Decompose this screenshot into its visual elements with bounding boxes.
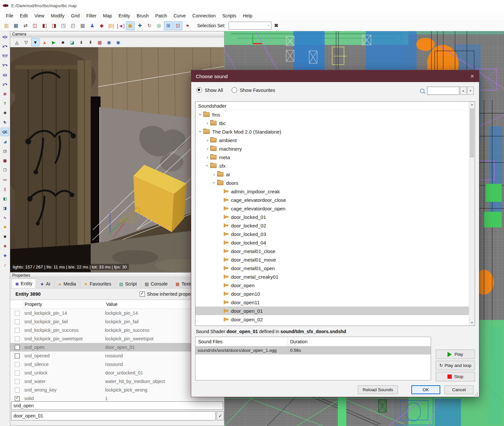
close-icon[interactable]: ✕ [470,73,474,79]
brush-prefab-icon[interactable]: ◫ [31,21,39,30]
property-checkbox[interactable] [15,353,20,358]
rotate-icon[interactable]: ↻ [145,21,154,30]
play-button[interactable]: Play [436,350,475,359]
menu-item[interactable]: View [31,12,48,20]
merge-entities-icon[interactable]: Ŧ [1,99,9,108]
lighting-preview-icon[interactable]: ▲ [40,38,49,46]
start-render-icon[interactable]: ▶ [50,38,58,46]
property-checkbox[interactable] [15,319,20,324]
property-checkbox[interactable] [15,379,20,384]
tree-item[interactable]: sfx [195,161,475,170]
property-value-input[interactable]: door_open_01 [11,411,216,420]
csg-subtract-icon[interactable]: ◧ [1,194,9,203]
reload-sounds-button[interactable]: Reload Sounds [358,385,398,394]
menu-item[interactable]: Modify [48,12,68,20]
entity-rotate-icon[interactable]: ✚ [1,251,9,260]
ok-button[interactable]: OK [411,385,440,394]
brush-cut-icon[interactable]: ◧ [40,21,49,30]
tree-item[interactable]: door_open11 [195,298,475,307]
tree-expander-icon[interactable] [204,146,210,151]
tree-item[interactable]: door_metal01_close [195,247,475,255]
tree-item[interactable]: door_metal_creaky01 [195,272,475,281]
select-touching-icon[interactable]: ▭ [1,175,9,184]
tree-expander-icon[interactable] [204,155,210,160]
tree-item[interactable]: fms [195,110,475,119]
tree-column-header[interactable]: Soundshader [195,102,475,110]
sound-file-row[interactable]: sound/sfx/world/doors/door_open_1.ogg 0.… [195,346,431,354]
menu-item[interactable]: Scripts [219,12,240,20]
property-checkbox[interactable] [15,396,20,401]
flip-y-icon[interactable]: Y|Y [1,52,9,60]
tree-expander-icon[interactable] [197,112,203,117]
show-favourites-radio[interactable] [232,87,237,93]
speaker-entity-icon[interactable]: [◄] [116,21,125,30]
menu-item[interactable]: Filter [83,12,100,20]
menu-item[interactable]: Edit [17,12,31,20]
tree-expander-icon[interactable] [211,180,217,185]
tree-expander-icon[interactable] [211,172,217,177]
resize-grip[interactable] [475,393,478,396]
grid-toggle-icon[interactable]: ▦ [96,38,104,46]
tree-item[interactable]: doors [195,179,475,187]
spin-up-button[interactable]: ▲ [460,87,467,95]
vertex-mode-icon[interactable]: ✱ [1,223,9,231]
cube-solid-icon[interactable]: ◰ [69,21,78,30]
textured-mode-icon[interactable]: ▼ [31,38,39,46]
tree-item[interactable]: cage_elevatordoor_close [195,196,475,204]
tree-item[interactable]: ai [195,170,475,179]
tree-item[interactable]: door_locked_04 [195,238,475,247]
region-icon[interactable]: ▯ [1,185,9,193]
menu-item[interactable]: Curve [170,12,189,20]
tree-expander-icon[interactable] [204,120,210,126]
apply-value-button[interactable]: ✓ [217,411,224,420]
tab-media[interactable]: ▰ Media [55,279,80,288]
stop-render-icon[interactable]: ■ [59,38,67,46]
rotate-z-icon[interactable]: z↷ [1,80,9,89]
tab-script[interactable]: ▤ Script [115,279,140,288]
texture-lock-icon[interactable]: ▣ [126,21,135,30]
tab-console[interactable]: ▤ Console [141,279,172,288]
flat-mode-icon[interactable]: ▽ [22,38,30,46]
cubic-clip-icon[interactable]: ◪ [68,38,76,46]
tree-scrollbar[interactable]: ▲ ▼ [469,102,475,326]
menu-item[interactable]: Grid [68,12,83,20]
scrollbar-thumb[interactable] [470,108,474,158]
wireframe-mode-icon[interactable]: ◬ [13,38,21,46]
origin-icon[interactable]: ◎ [154,21,163,30]
play-and-loop-button[interactable]: ↻Play and loop [436,361,475,370]
farclip-in-icon[interactable]: ⇟ [77,38,85,46]
search-input[interactable] [427,87,459,95]
tree-item[interactable]: door_metal01_open [195,264,475,272]
menu-item[interactable]: Patch [152,12,170,20]
property-checkbox[interactable] [15,336,20,341]
edge-mode-icon[interactable]: ✖ [1,232,9,241]
property-checkbox[interactable] [15,371,20,375]
tree-item[interactable]: door_metal01_move [195,255,475,264]
player-start-icon[interactable]: ♟ [88,21,97,30]
rotate-y-icon[interactable]: Y↷ [1,61,9,70]
rotate-x-icon[interactable]: x↷ [1,42,9,51]
menu-item[interactable]: Help [240,12,256,20]
tree-item[interactable]: door_locked_02 [195,221,475,230]
face-mode-icon[interactable]: ✚ [1,242,9,250]
eye-down-icon[interactable]: ◉ [114,38,122,46]
show-inherited-wrap[interactable]: Show inherited properties [140,291,199,297]
flip-x-icon[interactable]: x|x [1,32,9,41]
menu-item[interactable]: File [3,12,17,20]
paste-shader-icon[interactable]: ◳ [1,147,9,155]
select-inside-icon[interactable]: ▩ [1,156,9,165]
curve-edit-icon[interactable]: ∿ [1,213,9,222]
light-icon[interactable]: [0] [107,21,116,30]
scroll-up-icon[interactable]: ▲ [469,102,475,107]
snap-grid-icon[interactable]: ⊞ [1,90,9,98]
flip-xyz-icon[interactable]: ⇄ [21,21,30,30]
dialog-titlebar[interactable]: Choose sound ✕ [191,70,479,82]
show-inherited-checkbox[interactable] [140,291,145,297]
tree-item[interactable]: The Dark Mod 2.0 (Standalone) [195,127,475,136]
tree-item[interactable]: door_locked_03 [195,230,475,238]
menu-item[interactable]: Map [100,12,115,20]
translate-mode-icon[interactable]: ✚ [1,109,9,117]
move-icon[interactable]: ✚ [135,21,144,30]
spin-down-button[interactable]: ▼ [467,87,474,95]
tree-item[interactable]: tbc [195,119,475,127]
